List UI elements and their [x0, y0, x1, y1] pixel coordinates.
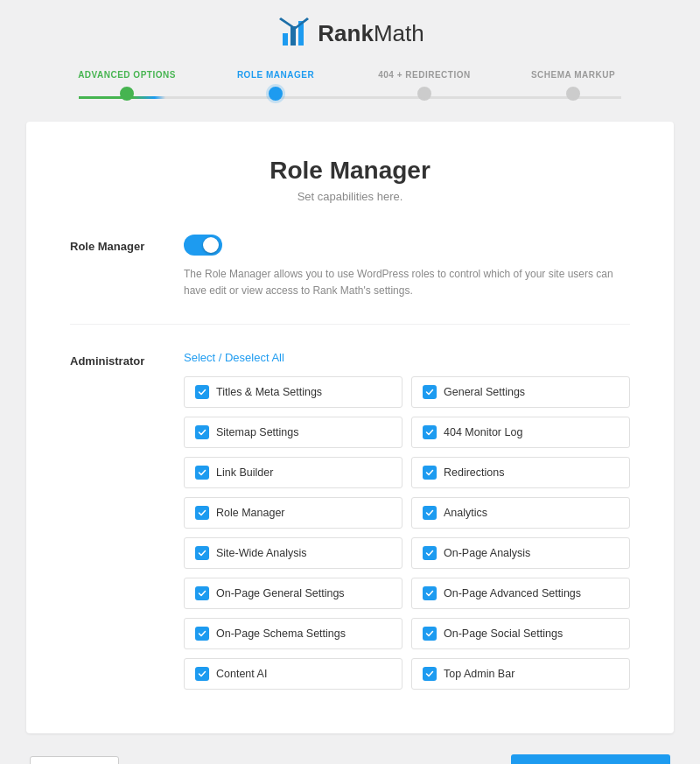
- administrator-content: Select / Deselect All Titles & Meta Sett…: [184, 349, 630, 690]
- logo-math: Math: [374, 20, 424, 46]
- checkbox-label-on-page-advanced: On-Page Advanced Settings: [444, 587, 581, 599]
- check-icon: [425, 669, 434, 678]
- checkbox-general-settings[interactable]: General Settings: [411, 376, 630, 408]
- step-label-404: 404 + Redirection: [378, 70, 470, 80]
- step-dot-404: [417, 87, 431, 101]
- checkbox-content-ai[interactable]: Content AI: [184, 658, 402, 690]
- checkbox-box-site-wide-analysis: [195, 546, 209, 560]
- step-role-manager[interactable]: Role Manager: [201, 70, 350, 101]
- step-dot-role: [269, 87, 283, 101]
- checkbox-label-analytics: Analytics: [444, 507, 487, 519]
- check-icon: [198, 508, 206, 517]
- checkbox-top-admin-bar[interactable]: Top Admin Bar: [411, 658, 630, 690]
- checkbox-box-on-page-analysis: [423, 546, 437, 560]
- checkbox-label-on-page-social: On-Page Social Settings: [444, 627, 563, 640]
- main-card: Role Manager Set capabilities here. Role…: [26, 122, 674, 733]
- step-advanced-options[interactable]: Advanced Options: [52, 70, 201, 101]
- checkbox-label-content-ai: Content AI: [216, 668, 267, 680]
- checkbox-box-sitemap-settings: [195, 425, 209, 439]
- checkbox-label-role-manager: Role Manager: [216, 507, 285, 519]
- checkbox-link-builder[interactable]: Link Builder: [184, 457, 402, 488]
- role-manager-description: The Role Manager allows you to use WordP…: [184, 266, 630, 299]
- toggle-wrap: [184, 235, 630, 259]
- checkbox-analytics[interactable]: Analytics: [411, 497, 630, 529]
- checkbox-label-on-page-schema: On-Page Schema Settings: [216, 627, 346, 640]
- administrator-label: Administrator: [70, 349, 184, 368]
- logo: RankMath: [276, 18, 424, 49]
- logo-icon: [276, 18, 311, 49]
- checkbox-label-redirections: Redirections: [444, 466, 504, 479]
- skip-step-button[interactable]: Skip Step: [30, 756, 119, 764]
- checkbox-label-titles-meta: Titles & Meta Settings: [216, 386, 322, 398]
- checkboxes-grid: Titles & Meta Settings General Settings …: [184, 376, 630, 690]
- step-label-advanced: Advanced Options: [78, 70, 176, 80]
- check-icon: [425, 589, 434, 598]
- checkbox-sitemap-settings[interactable]: Sitemap Settings: [184, 417, 402, 448]
- checkbox-on-page-general[interactable]: On-Page General Settings: [184, 578, 402, 609]
- checkbox-on-page-social[interactable]: On-Page Social Settings: [411, 618, 630, 649]
- check-icon: [425, 428, 434, 437]
- step-label-role: Role Manager: [237, 70, 314, 80]
- check-icon: [198, 629, 206, 638]
- checkbox-label-on-page-general: On-Page General Settings: [216, 587, 345, 599]
- role-manager-toggle[interactable]: [184, 235, 222, 256]
- check-icon: [198, 549, 206, 557]
- checkbox-label-top-admin-bar: Top Admin Bar: [444, 668, 514, 680]
- svg-rect-0: [283, 33, 288, 46]
- check-icon: [425, 468, 434, 477]
- checkbox-label-general-settings: General Settings: [444, 386, 525, 398]
- checkbox-box-redirections: [423, 466, 437, 480]
- check-icon: [198, 428, 206, 437]
- page-title: Role Manager: [70, 157, 630, 185]
- check-icon: [425, 629, 434, 638]
- check-icon: [198, 388, 206, 396]
- step-schema-markup[interactable]: Schema Markup: [499, 70, 648, 101]
- checkbox-on-page-analysis[interactable]: On-Page Analysis: [411, 537, 630, 569]
- role-manager-section: Role Manager The Role Manager allows you…: [70, 235, 630, 325]
- check-icon: [198, 669, 206, 678]
- checkbox-box-content-ai: [195, 667, 209, 681]
- checkbox-box-titles-meta: [195, 385, 209, 399]
- checkbox-on-page-advanced[interactable]: On-Page Advanced Settings: [411, 578, 630, 609]
- logo-rank: Rank: [318, 20, 374, 46]
- select-deselect-all[interactable]: Select / Deselect All: [184, 351, 284, 364]
- administrator-section: Administrator Select / Deselect All Titl…: [70, 349, 630, 690]
- save-continue-button[interactable]: Save and Continue: [511, 754, 670, 764]
- checkbox-label-link-builder: Link Builder: [216, 466, 273, 479]
- checkbox-box-general-settings: [423, 385, 437, 399]
- page-subtitle: Set capabilities here.: [70, 190, 630, 203]
- step-dot-schema: [566, 87, 580, 101]
- checkbox-box-on-page-social: [423, 627, 437, 641]
- checkbox-box-404-monitor: [423, 425, 437, 439]
- checkbox-box-on-page-advanced: [423, 586, 437, 600]
- checkbox-redirections[interactable]: Redirections: [411, 457, 630, 488]
- checkbox-box-link-builder: [195, 466, 209, 480]
- checkbox-label-404-monitor: 404 Monitor Log: [444, 426, 522, 438]
- checkbox-titles-meta[interactable]: Titles & Meta Settings: [184, 376, 402, 408]
- checkbox-role-manager[interactable]: Role Manager: [184, 497, 402, 529]
- check-icon: [425, 388, 434, 396]
- checkbox-box-on-page-general: [195, 586, 209, 600]
- check-icon: [425, 549, 434, 557]
- checkbox-box-role-manager: [195, 506, 209, 520]
- role-manager-label: Role Manager: [70, 235, 184, 253]
- checkbox-404-monitor[interactable]: 404 Monitor Log: [411, 417, 630, 448]
- check-icon: [425, 508, 434, 517]
- check-icon: [198, 589, 206, 598]
- step-404-redirection[interactable]: 404 + Redirection: [350, 70, 499, 101]
- role-manager-content: The Role Manager allows you to use WordP…: [184, 235, 630, 299]
- checkbox-label-sitemap-settings: Sitemap Settings: [216, 426, 299, 438]
- bottom-actions: Skip Step Save and Continue: [26, 754, 674, 764]
- checkbox-on-page-schema[interactable]: On-Page Schema Settings: [184, 618, 402, 649]
- checkbox-box-analytics: [423, 506, 437, 520]
- checkbox-box-top-admin-bar: [423, 667, 437, 681]
- svg-marker-3: [279, 18, 309, 30]
- progress-nav: Advanced Options Role Manager 404 + Redi…: [26, 70, 674, 101]
- checkbox-label-on-page-analysis: On-Page Analysis: [444, 547, 530, 559]
- checkbox-site-wide-analysis[interactable]: Site-Wide Analysis: [184, 537, 402, 569]
- checkbox-box-on-page-schema: [195, 627, 209, 641]
- check-icon: [198, 468, 206, 477]
- toggle-thumb: [203, 237, 219, 253]
- checkbox-label-site-wide-analysis: Site-Wide Analysis: [216, 547, 307, 559]
- step-dot-advanced: [120, 87, 134, 101]
